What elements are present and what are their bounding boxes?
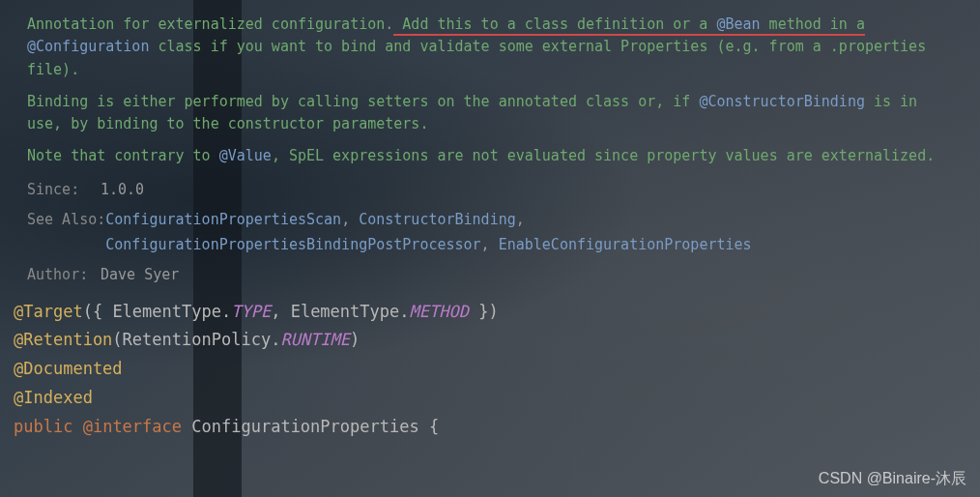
doc-underlined-text: Add this to a class definition or a @Bea… xyxy=(393,15,865,36)
code-line-retention: @Retention(RetentionPolicy.RUNTIME) xyxy=(14,326,966,355)
doc-text: Binding is either performed by calling s… xyxy=(27,93,699,110)
annotation-target: @Target xyxy=(14,302,83,321)
annotation-retention: @Retention xyxy=(14,330,112,349)
annotation-indexed: @Indexed xyxy=(14,388,93,407)
constant-runtime: RUNTIME xyxy=(280,330,350,349)
link-configurationpropertiesscan[interactable]: ConfigurationPropertiesScan xyxy=(105,211,341,228)
keyword-public: public xyxy=(14,417,72,436)
meta-label-author: Author: xyxy=(27,263,101,288)
meta-see-also: See Also: ConfigurationPropertiesScan, C… xyxy=(27,208,953,257)
meta-value-author: Dave Syer xyxy=(101,263,179,288)
link-configurationpropertiesbindingpostprocessor[interactable]: ConfigurationPropertiesBindingPostProces… xyxy=(105,236,480,253)
link-enableconfigurationproperties[interactable]: EnableConfigurationProperties xyxy=(499,236,752,253)
meta-since: Since: 1.0.0 xyxy=(27,178,953,203)
doc-text: Note that contrary to xyxy=(27,147,219,164)
class-name: ConfigurationProperties xyxy=(191,417,418,436)
annotation-documented: @Documented xyxy=(14,359,123,378)
meta-value-since: 1.0.0 xyxy=(101,178,144,203)
doc-code-value: @Value xyxy=(219,147,272,164)
doc-paragraph-1: Annotation for externalized configuratio… xyxy=(27,14,953,81)
doc-link-constructorbinding[interactable]: @ConstructorBinding xyxy=(699,93,865,110)
source-code[interactable]: @Target({ ElementType.TYPE, ElementType.… xyxy=(0,298,980,442)
watermark: CSDN @Binaire-沐辰 xyxy=(819,469,966,489)
code-line-declaration: public @interface ConfigurationPropertie… xyxy=(14,413,966,442)
link-constructorbinding[interactable]: ConstructorBinding xyxy=(359,211,516,228)
code-line-indexed: @Indexed xyxy=(14,384,966,413)
doc-paragraph-3: Note that contrary to @Value, SpEL expre… xyxy=(27,145,953,167)
doc-text: class if you want to bind and validate s… xyxy=(27,38,926,77)
meta-author: Author: Dave Syer xyxy=(27,263,953,288)
doc-text: , SpEL expressions are not evaluated sin… xyxy=(272,147,935,164)
doc-paragraph-2: Binding is either performed by calling s… xyxy=(27,91,953,136)
doc-code-configuration: @Configuration xyxy=(27,38,149,55)
constant-method: METHOD xyxy=(410,302,469,321)
keyword-interface: @interface xyxy=(83,417,182,436)
meta-label-since: Since: xyxy=(27,178,101,203)
code-line-documented: @Documented xyxy=(14,355,966,384)
meta-label-seealso: See Also: xyxy=(27,208,105,257)
doc-text: Annotation for externalized configuratio… xyxy=(27,15,393,33)
doc-code-bean: @Bean xyxy=(716,15,760,33)
editor-content: Annotation for externalized configuratio… xyxy=(0,0,980,441)
code-line-target: @Target({ ElementType.TYPE, ElementType.… xyxy=(14,298,966,327)
constant-type: TYPE xyxy=(231,302,271,321)
javadoc-block: Annotation for externalized configuratio… xyxy=(0,0,980,298)
